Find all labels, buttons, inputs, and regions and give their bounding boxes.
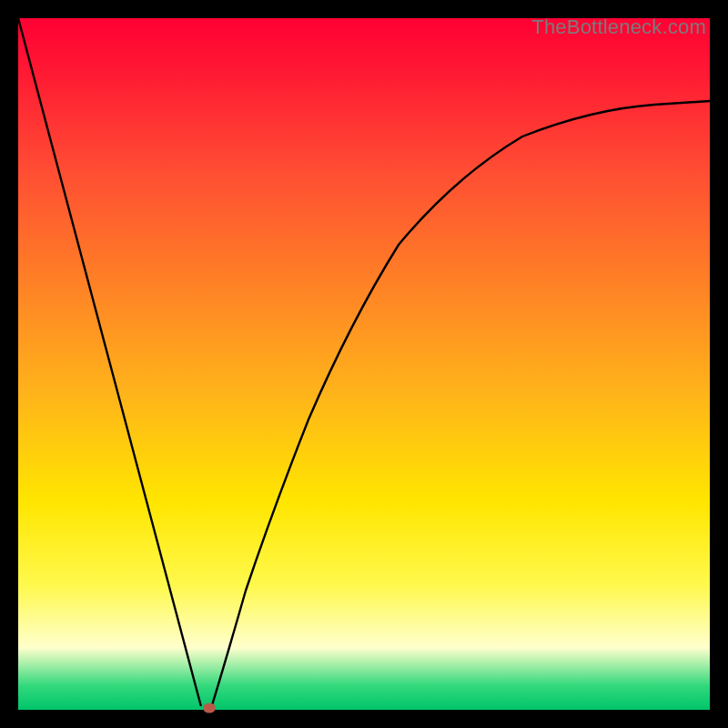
left-branch-curve bbox=[18, 18, 201, 705]
plot-area: TheBottleneck.com bbox=[18, 18, 710, 710]
minimum-marker bbox=[203, 703, 216, 713]
curve-layer bbox=[18, 18, 710, 710]
right-branch-curve bbox=[212, 101, 710, 705]
watermark-text: TheBottleneck.com bbox=[531, 15, 706, 39]
